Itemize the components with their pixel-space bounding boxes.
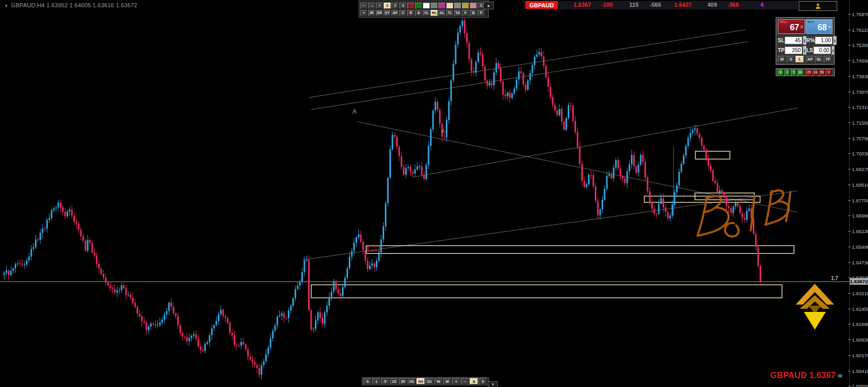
candlestick: [306, 260, 308, 260]
toolbar-button-al[interactable]: AL: [438, 10, 446, 16]
risk-button-x[interactable]: X: [826, 69, 832, 76]
color-swatch-button[interactable]: [431, 3, 438, 9]
toolbar-button-a[interactable]: A: [415, 10, 422, 16]
lot-size-spinner[interactable]: ▲▼: [832, 46, 835, 55]
risk-percent-spinner[interactable]: ▲▼: [833, 36, 837, 45]
ticker-value: -100: [601, 2, 613, 8]
candlestick: [649, 191, 651, 203]
candlestick: [534, 57, 535, 65]
chevron-down-icon[interactable]: ▼: [4, 4, 8, 8]
timeframe-button-30[interactable]: 30: [399, 378, 407, 384]
risk-button-25[interactable]: 25: [806, 69, 812, 76]
tp-input[interactable]: [785, 46, 802, 54]
color-swatch-button[interactable]: [407, 3, 414, 9]
toolbar-button-ap[interactable]: AP: [392, 10, 399, 16]
mode-button-tp[interactable]: TP: [824, 56, 832, 63]
toolbar-collapse-button[interactable]: ▼: [488, 381, 498, 387]
mode-button-ap[interactable]: AP: [806, 56, 814, 63]
timeframe-button-m[interactable]: M: [443, 378, 451, 384]
candlestick: [577, 132, 578, 147]
mode-button-m[interactable]: M: [778, 56, 786, 63]
mode-button-sl[interactable]: SL: [815, 56, 823, 63]
timeframe-button-h1[interactable]: H1: [408, 378, 416, 384]
toolbar-button-r[interactable]: R: [407, 10, 414, 16]
timeframe-button-−[interactable]: −: [461, 378, 469, 384]
color-swatch-button[interactable]: [446, 3, 454, 9]
candlestick: [101, 269, 102, 274]
risk-button-50[interactable]: 50: [820, 69, 825, 76]
risk-percent-input[interactable]: [815, 37, 833, 44]
toolbar-button-≡[interactable]: ≡: [376, 3, 383, 9]
sl-input[interactable]: [785, 37, 802, 44]
toolbar-button-hl[interactable]: HL: [431, 10, 438, 16]
timeframe-button-15[interactable]: 15: [390, 378, 398, 384]
toolbar-button-vl[interactable]: VL: [423, 10, 430, 16]
candlestick: [82, 236, 84, 240]
toolbar-button---[interactable]: --: [368, 3, 375, 9]
toolbar-button-p[interactable]: P: [478, 10, 485, 16]
mode-button-l[interactable]: L: [796, 56, 804, 63]
toolbar-button-er[interactable]: ER: [376, 10, 383, 16]
toolbar-button-+[interactable]: +: [360, 10, 368, 16]
timeframe-button-a[interactable]: A: [470, 378, 478, 384]
drawing-toolbar: ⋯--≡123C +IRERSYAPCRAVLHLALTLTAFBP: [359, 1, 489, 18]
risk-button-33[interactable]: 33: [813, 69, 818, 76]
candlestick: [231, 333, 233, 335]
toolbar-button-sy[interactable]: SY: [384, 10, 391, 16]
ticker-symbol-badge[interactable]: GBPAUD: [525, 1, 558, 9]
color-swatch-button[interactable]: [438, 3, 446, 9]
toolbar-button-ir[interactable]: IR: [368, 10, 375, 16]
timeframe-button-5[interactable]: 5: [381, 378, 389, 384]
candlestick: [455, 44, 457, 64]
candlestick: [423, 175, 425, 179]
candlestick: [94, 252, 95, 255]
toolbar-button-⋯[interactable]: ⋯: [360, 3, 368, 9]
candlestick: [495, 63, 497, 72]
sl-spinner[interactable]: ▲▼: [803, 36, 806, 45]
timeframe-button-s[interactable]: S: [479, 378, 487, 384]
candlestick: [303, 260, 305, 272]
timeframe-button-+[interactable]: +: [452, 378, 460, 384]
lot-size-input[interactable]: [813, 46, 831, 54]
timeframe-button-s[interactable]: S: [363, 378, 372, 384]
timeframe-button-w[interactable]: W: [434, 378, 443, 384]
color-swatch-button[interactable]: [415, 3, 422, 9]
toolbar-button-f[interactable]: F: [462, 10, 469, 16]
sell-button[interactable]: SELL 67 2: [778, 19, 805, 34]
candlestick: [511, 93, 513, 98]
price-chart[interactable]: AA: [0, 0, 868, 387]
candlestick: [421, 166, 423, 175]
candlestick: [602, 200, 603, 209]
candlestick: [500, 68, 502, 81]
mode-button-s[interactable]: S: [787, 56, 795, 63]
toolbar-button-1[interactable]: 1: [384, 3, 391, 9]
risk-button-e[interactable]: E: [778, 69, 784, 76]
toolbar-button-b[interactable]: B: [470, 10, 477, 16]
timeframe-button-h4[interactable]: H4: [417, 378, 425, 384]
window-restore-button[interactable]: ▲: [483, 2, 494, 9]
account-lock-button[interactable]: [799, 1, 837, 11]
risk-button-5[interactable]: 5: [791, 69, 797, 76]
toolbar-button-tl[interactable]: TL: [446, 10, 454, 16]
candlestick: [51, 210, 52, 218]
toolbar-button-c[interactable]: C: [399, 10, 407, 16]
candlestick: [128, 295, 129, 295]
color-swatch-button[interactable]: [454, 3, 461, 9]
candlestick: [80, 229, 82, 236]
candlestick: [112, 288, 113, 289]
color-swatch-button[interactable]: [423, 3, 430, 9]
toolbar-button-2[interactable]: 2: [392, 3, 399, 9]
risk-button-2[interactable]: 2: [785, 69, 790, 76]
timeframe-button-1[interactable]: 1: [372, 378, 381, 384]
toolbar-button-ta[interactable]: TA: [454, 10, 461, 16]
buy-button[interactable]: BUY 68 9: [805, 19, 833, 34]
tp-spinner[interactable]: ▲▼: [803, 46, 806, 55]
color-swatch-button[interactable]: [462, 3, 469, 9]
candlestick: [498, 63, 499, 68]
toolbar-button-3[interactable]: 3: [399, 3, 407, 9]
risk-button-10[interactable]: 10: [798, 69, 803, 76]
timeframe-button-d1[interactable]: D1: [425, 378, 434, 384]
candlestick: [114, 289, 116, 293]
color-swatch-button[interactable]: [470, 3, 477, 9]
candlestick: [753, 218, 754, 233]
